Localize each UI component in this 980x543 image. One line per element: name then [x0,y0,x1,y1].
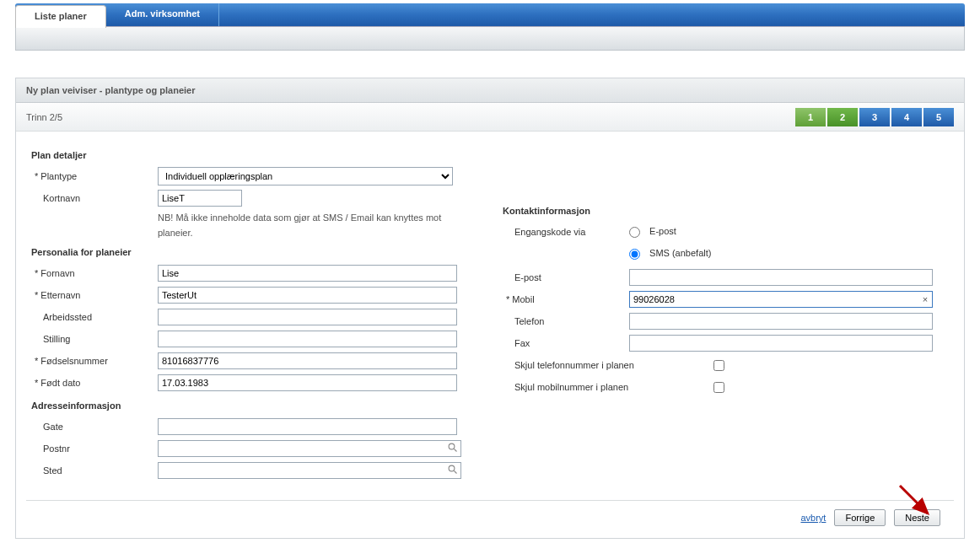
label-stilling: Stilling [31,334,158,344]
mobil-input[interactable] [630,292,918,307]
otp-email-radio[interactable] [629,227,640,238]
label-fornavn: Fornavn [31,268,158,278]
kortnavn-input[interactable] [158,190,242,207]
stilling-input[interactable] [158,331,457,347]
wizard-panel: Ny plan veiviser - plantype og planeier … [15,78,965,539]
wizard-title: Ny plan veiviser - plantype og planeier [16,78,964,103]
postnr-search-wrap [158,440,461,457]
label-fodselsnummer: Fødselsnummer [31,356,158,366]
label-fax: Fax [503,338,629,348]
label-sted: Sted [31,465,158,476]
next-button[interactable]: Neste [894,509,940,526]
otp-sms-label: SMS (anbefalt) [649,248,711,258]
svg-point-2 [449,465,455,471]
label-fodt-dato: Født dato [31,378,158,388]
svg-point-0 [449,444,455,449]
label-etternavn: Etternavn [31,290,158,300]
label-telefon: Telefon [503,316,629,326]
fornavn-input[interactable] [158,265,457,282]
mobil-input-wrap: × [629,291,933,308]
step-boxes: 1 2 3 4 5 [795,108,954,126]
section-address: Adresseinformasjon [31,401,469,411]
label-mobil: Mobil [503,294,629,304]
fodselsnummer-input[interactable] [158,352,457,369]
otp-sms-radio[interactable] [629,249,640,260]
left-column: Plan detaljer Plantype Individuell opplæ… [31,147,503,483]
label-epost: E-post [503,272,629,282]
search-icon[interactable] [445,443,460,454]
label-engangskode: Engangskode via [503,227,629,237]
step-5[interactable]: 5 [923,108,954,126]
skjul-tlf-checkbox[interactable] [713,360,724,371]
tab-list-plans[interactable]: Liste planer [15,5,106,28]
otp-email-label: E-post [649,226,676,236]
fax-input[interactable] [629,335,933,352]
step-indicator-text: Trinn 2/5 [26,112,62,122]
clear-icon[interactable]: × [918,294,932,304]
svg-line-1 [455,449,457,452]
step-2[interactable]: 2 [827,108,858,126]
wizard-footer: avbryt Forrige Neste [26,500,954,530]
gate-input[interactable] [158,418,457,435]
tabs-bar: Liste planer Adm. virksomhet [15,3,965,27]
right-column: Kontaktinformasjon Engangskode via E-pos… [503,147,949,483]
section-personalia: Personalia for planeier [31,247,469,257]
search-icon[interactable] [445,465,460,476]
prev-button[interactable]: Forrige [834,509,886,526]
section-contact: Kontaktinformasjon [503,206,940,216]
arbeidssted-input[interactable] [158,309,457,325]
section-plan-details: Plan detaljer [31,150,469,160]
plantype-select[interactable]: Individuell opplæringsplan [158,167,453,185]
epost-input[interactable] [629,269,933,286]
step-3[interactable]: 3 [859,108,890,126]
kortnavn-note: NB! Må ikke inneholde data som gjør at S… [158,211,461,240]
svg-line-3 [455,471,457,474]
cancel-link[interactable]: avbryt [800,513,826,523]
skjul-mob-checkbox[interactable] [713,382,724,393]
toolbar-subbar [15,27,965,51]
tab-adm-company[interactable]: Adm. virksomhet [106,3,219,26]
step-4[interactable]: 4 [891,108,922,126]
label-plantype: Plantype [31,171,158,181]
label-kortnavn: Kortnavn [31,193,158,203]
etternavn-input[interactable] [158,287,457,304]
label-skjul-mob: Skjul mobilnummer i planen [503,382,713,392]
label-gate: Gate [31,422,158,432]
telefon-input[interactable] [629,313,933,330]
wizard-step-row: Trinn 2/5 1 2 3 4 5 [16,103,964,132]
fodt-dato-input[interactable] [158,374,457,391]
label-skjul-tlf: Skjul telefonnummer i planen [503,360,713,370]
label-arbeidssted: Arbeidssted [31,312,158,322]
postnr-input[interactable] [159,441,445,456]
label-postnr: Postnr [31,444,158,454]
sted-input[interactable] [159,463,445,478]
sted-search-wrap [158,462,461,479]
step-1[interactable]: 1 [795,108,826,126]
